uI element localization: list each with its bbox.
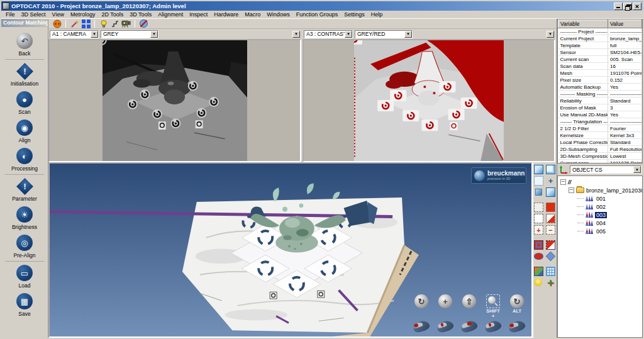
view-cube-open-icon[interactable]: [546, 165, 555, 174]
mode-select-right[interactable]: GREY/RED ▼: [355, 30, 413, 38]
separator[interactable]: [534, 263, 543, 265]
colored-cube-icon[interactable]: [534, 267, 543, 276]
view-options-dropdown-icon[interactable]: ▼: [292, 31, 300, 38]
property-row[interactable]: ------- Triangulation -------- ---------…: [558, 118, 642, 125]
source-select-left[interactable]: A1 : CAMERA ▼: [50, 30, 99, 38]
object-cs-select[interactable]: OBJECT CS ▼: [570, 165, 641, 174]
property-row[interactable]: Scan data 16: [558, 63, 642, 70]
source-select-right[interactable]: A3 : CONTRAST ▼: [304, 30, 353, 38]
tree-item[interactable]: 002: [577, 203, 642, 211]
tree-expander[interactable]: [560, 179, 566, 185]
select-all-icon[interactable]: [546, 203, 555, 212]
property-row[interactable]: 2D-Subsampling Full Resolution: [558, 146, 642, 153]
menu-item[interactable]: View: [49, 11, 67, 18]
crop-selection-icon[interactable]: [546, 240, 555, 250]
column-header-value[interactable]: Value: [608, 20, 642, 28]
menu-item[interactable]: Macro: [242, 11, 264, 18]
select-remove-icon[interactable]: −: [546, 225, 555, 235]
sidebar-item-prealign[interactable]: ◎ Pre-Align: [5, 233, 44, 262]
column-header-variable[interactable]: Variable: [558, 20, 608, 28]
dropdown-arrow-icon[interactable]: ▼: [345, 31, 352, 38]
separator[interactable]: [534, 199, 543, 201]
sidebar-item-scan[interactable]: ● Scan: [1, 89, 48, 118]
step-curve-icon[interactable]: [110, 19, 119, 28]
sidebar-item-save[interactable]: ▦ Save: [1, 291, 48, 320]
property-row[interactable]: Current Project bronze_lamp_2...: [558, 35, 642, 42]
menu-item[interactable]: Hardware: [211, 11, 242, 18]
sidebar-item-brightness[interactable]: ☀ Brightness: [1, 204, 48, 233]
select-add-icon[interactable]: +: [534, 225, 543, 235]
menu-item[interactable]: Windows: [264, 11, 293, 18]
separator[interactable]: [546, 199, 555, 201]
polygon-selection-icon[interactable]: [546, 252, 555, 261]
restore-button[interactable]: [623, 3, 632, 10]
dropdown-arrow-icon[interactable]: ▼: [633, 166, 641, 173]
property-row[interactable]: Automatic Backup Yes: [558, 84, 642, 91]
separator[interactable]: [546, 236, 555, 238]
property-row[interactable]: Current scan 005. Scan: [558, 56, 642, 63]
grid-icon[interactable]: [546, 267, 555, 276]
menu-item[interactable]: 3D Select: [18, 11, 49, 18]
separator[interactable]: [546, 263, 555, 265]
cube-shaded-icon[interactable]: [546, 187, 555, 197]
magic-wand-icon[interactable]: [70, 19, 79, 28]
property-row[interactable]: Erosion of Mask 3: [558, 104, 642, 111]
mode-select-left[interactable]: GREY ▼: [101, 30, 158, 38]
window-layout-icon[interactable]: [81, 19, 91, 28]
property-row[interactable]: Pixel size 0.152: [558, 77, 642, 84]
lightbulb-icon[interactable]: [99, 19, 108, 28]
select-rect-icon[interactable]: [534, 203, 543, 212]
sidebar-item-align[interactable]: ◉ Align: [1, 118, 48, 146]
camera-image-right[interactable]: [303, 39, 555, 162]
cube-small-icon[interactable]: [535, 189, 542, 196]
sidebar-item-back[interactable]: ↶ Back: [5, 31, 44, 60]
menu-item[interactable]: Inspect: [186, 11, 211, 18]
menu-item[interactable]: Settings: [341, 11, 368, 18]
property-row[interactable]: Mesh 1911076 Points: [558, 70, 642, 77]
property-row[interactable]: Sensor SM2104-HE5-M...: [558, 49, 642, 56]
menu-item[interactable]: File: [3, 11, 18, 18]
menu-item[interactable]: Alignment: [155, 11, 186, 18]
dropdown-arrow-icon[interactable]: ▼: [150, 31, 158, 38]
dropdown-arrow-icon[interactable]: ▼: [404, 31, 412, 38]
camera-image-left[interactable]: [48, 39, 301, 162]
close-button[interactable]: [633, 3, 641, 10]
view-options-dropdown-icon[interactable]: ▼: [547, 31, 554, 38]
menu-item[interactable]: Metrology: [67, 11, 99, 18]
property-row[interactable]: Local Phase Correction Standard: [558, 139, 642, 146]
select-invert-icon[interactable]: [546, 214, 555, 223]
separator[interactable]: [534, 236, 543, 238]
menu-item[interactable]: Function Groups: [293, 11, 341, 18]
menu-item[interactable]: Help: [368, 11, 386, 18]
select-clear-icon[interactable]: [534, 214, 543, 223]
tree-item[interactable]: 001: [577, 194, 642, 203]
property-row[interactable]: 2 1/2 D Filter Fourier: [558, 125, 642, 132]
tree-item[interactable]: 003: [577, 211, 642, 219]
hide-view-icon[interactable]: [139, 19, 148, 28]
view-cube-wire-icon[interactable]: [534, 176, 543, 186]
view-cube-solid-icon[interactable]: [534, 165, 543, 174]
tree-expander[interactable]: [569, 187, 574, 193]
property-row[interactable]: Template full: [558, 42, 642, 49]
property-row[interactable]: --------- Masking ---------- -----------…: [558, 91, 642, 97]
axes-icon[interactable]: ✛: [546, 278, 555, 287]
property-row[interactable]: 3D-Mesh Compression Lowest: [558, 153, 642, 160]
dropdown-arrow-icon[interactable]: ▼: [91, 31, 98, 38]
viewport-3d[interactable]: breuckmann precision in 3D ↻: [48, 162, 533, 338]
detach-view-icon[interactable]: [52, 19, 62, 28]
sidebar-item-load[interactable]: ▭ Load: [1, 263, 48, 291]
menu-item[interactable]: 2D Tools: [98, 11, 126, 18]
property-row[interactable]: ---------- Project ----------- ---------…: [558, 28, 642, 35]
pan-view-icon[interactable]: +: [546, 176, 555, 186]
tree-item[interactable]: 004: [577, 219, 642, 227]
light-icon[interactable]: [534, 278, 542, 286]
sidebar-item-processing[interactable]: ◐ Processing: [5, 146, 44, 175]
property-row[interactable]: Use Manual 2D-Masking Yes: [558, 111, 642, 118]
sidebar-item-parameter[interactable]: Parameter: [1, 176, 48, 204]
zoom-selection-icon[interactable]: [534, 240, 543, 250]
tree-folder[interactable]: bronze_lamp_20120307: [569, 186, 642, 194]
ellipse-selection-icon[interactable]: [534, 253, 543, 260]
tree-root[interactable]: //: [560, 178, 642, 186]
sidebar-item-initialisation[interactable]: Initialisation: [1, 61, 48, 89]
property-row[interactable]: Reliability Standard: [558, 97, 642, 104]
